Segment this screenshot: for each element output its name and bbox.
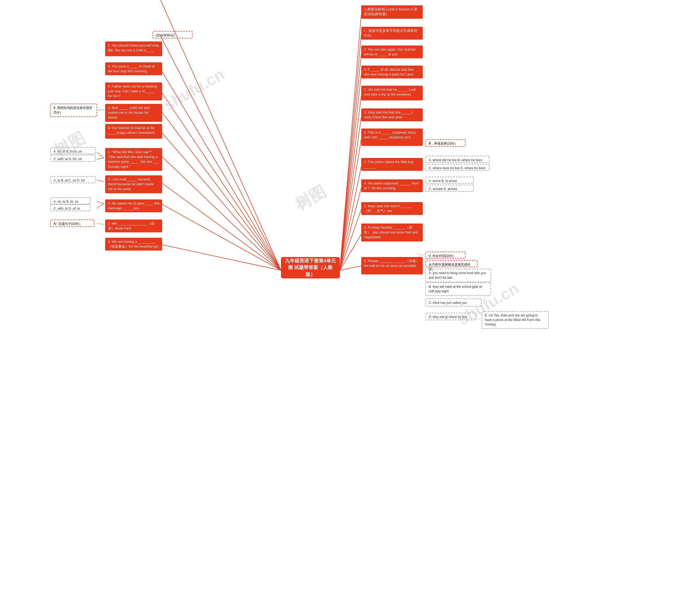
left-item-3: 3. You were s_____ to meet at the bus st…: [105, 62, 162, 75]
svg-line-33: [97, 203, 104, 208]
svg-line-4: [340, 96, 361, 270]
choice-a: A. you need to bring some food with you …: [426, 269, 491, 282]
left-mc-q1-a2: C. with; at D. for; on: [50, 155, 96, 162]
svg-line-9: [340, 210, 361, 270]
svg-line-6: [340, 139, 361, 270]
choice-d: D. they will go there by bus: [426, 313, 476, 320]
svg-line-8: [340, 188, 361, 270]
watermark-2: 树图: [291, 181, 330, 216]
mc-q3: 3. To keep healthy, ______（首先）, you shou…: [361, 223, 423, 241]
title-node: 人教新目标初三Unit 4 Section A 课堂训练(附答案): [361, 5, 423, 19]
center-node: 九年级英语下册第4单元测 试题带答案（人教版）: [281, 257, 340, 279]
left-mc-q5: 5. He asked me to pass ____ this message…: [105, 199, 162, 212]
connectors-svg: [0, 0, 685, 616]
left-mc-q5-a2: C. with; to D. of; to: [50, 204, 90, 211]
mc-q2-a1: A. where did he live B. where he lives: [426, 156, 490, 163]
left-section2-label: Ⅱ. 用所给词的适当形式填空(5分）: [50, 104, 97, 117]
right-item-3: 1. Jim told me that he _____ ( will not)…: [361, 86, 423, 101]
left-mc-q5-a1: A. on; to B. to; on: [50, 197, 90, 204]
left-item-5: 5. Father went out for a meeting just no…: [105, 83, 162, 101]
left-mc-q1-a1: A. for; in B. from; on: [50, 147, 96, 154]
svg-line-1: [340, 35, 361, 270]
svg-line-19: [161, 36, 281, 270]
section1-label: Ⅰ．根据句意及首字母提示完成单词 (5分): [361, 27, 423, 40]
mc-q2-a2: C. where does he live D. where he lived: [426, 164, 490, 171]
svg-line-26: [161, 203, 281, 270]
svg-line-20: [161, 69, 281, 270]
left-s4-item-2: 2. We ____________ ___（应该）study hard.: [105, 220, 162, 233]
svg-line-10: [340, 234, 361, 270]
left-mc-q3: 3. I am mad _____ my best friend because…: [105, 175, 162, 193]
right-item-5: 5. This is a _____ (surprise) story, and…: [361, 129, 423, 146]
svg-line-2: [340, 54, 361, 270]
svg-line-24: [161, 155, 281, 270]
left-s2-item-4: 4. Our teacher is mad at us for ____ (co…: [105, 124, 162, 139]
svg-line-5: [340, 117, 361, 270]
svg-line-21: [161, 90, 281, 270]
watermark-1: shufu.cn: [160, 65, 227, 114]
left-mc-q3-a1: A. to B. at C. on D. for: [50, 176, 96, 183]
right-item-4: 3. Gina told me that she_____ ( visit) C…: [361, 108, 423, 121]
choice-e: E. Lin Tao, Kate and she are going to ha…: [482, 311, 549, 329]
left-s4-item-4: 4. We are having a _________（惊喜聚会）for th…: [105, 238, 162, 250]
svg-line-23: [161, 131, 281, 270]
mc-q1: 1. Mary said she wasn't ______（对......生气…: [361, 202, 423, 215]
svg-line-17: [417, 254, 423, 255]
svg-line-0: [340, 15, 361, 270]
left-section4-label: Ⅳ. 完成句子(10分）: [50, 220, 94, 227]
svg-line-30: [97, 158, 104, 159]
mind-map-container: shufu.cn 树图 shufu.cn 树图 九年级英语下册第4单元测 试题带…: [0, 0, 685, 616]
left-mc-q1: 1. "What did Mrs. Gao say?" "She said th…: [105, 148, 162, 171]
svg-line-29: [97, 152, 104, 158]
svg-line-35: [97, 223, 104, 224]
mc-q2: 2. The police asked the little boy _____…: [361, 158, 423, 171]
mc-q4-a2: C. arrived D. arrives: [426, 185, 474, 192]
section3-label: Ⅲ．单项选择(10分）: [426, 139, 465, 147]
svg-line-22: [161, 110, 281, 270]
mc-q4-a1: A. arrive B. to arrive: [426, 177, 474, 184]
svg-line-3: [340, 74, 361, 270]
svg-line-7: [340, 167, 361, 270]
choice-b: B. they will meet at the school gate at …: [426, 282, 491, 296]
section5-label: V. 补全对话(10分）: [426, 252, 465, 259]
svg-line-25: [161, 182, 281, 270]
right-item-1: 2. You are late again. Our teacher will …: [361, 45, 423, 58]
section5-sublabel: 从方框中选择最佳选项完成对话。: [426, 260, 478, 267]
q5-node: 5. Please _______ ______（传递）the ball to …: [361, 257, 423, 274]
svg-line-31: [97, 180, 104, 181]
svg-line-28: [161, 244, 281, 270]
svg-line-11: [340, 266, 361, 270]
left-s2-item-2: 2. Bob _____ (call) me and invited me to…: [105, 104, 162, 122]
mc-q4: 4. You were supposed ______ here at 7: 0…: [361, 179, 423, 192]
time-label: (20分钟50分): [153, 31, 193, 39]
right-item-2: 4. F_____ of all, Marcia told Ben she wa…: [361, 66, 423, 79]
svg-line-27: [161, 0, 281, 270]
choice-c: C. Alice has just called you: [426, 299, 482, 307]
svg-line-32: [97, 201, 104, 203]
left-item-1: 1. You should dress yourself now, Bill. …: [105, 42, 162, 56]
